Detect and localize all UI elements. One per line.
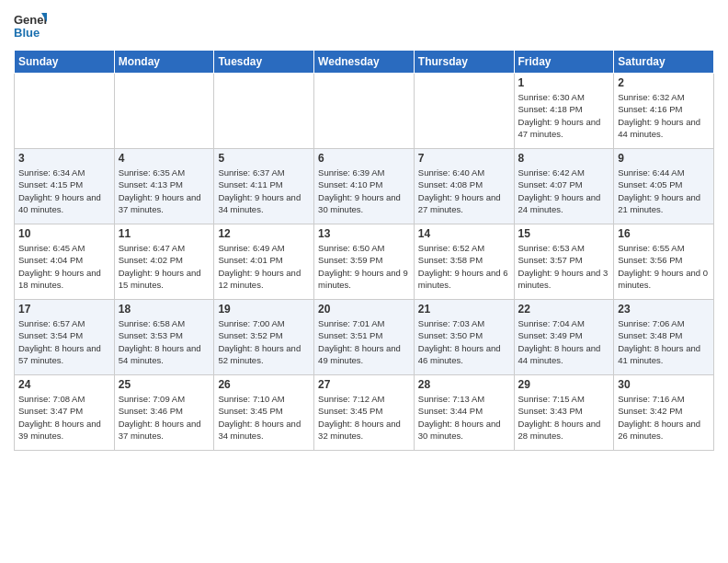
- day-number: 9: [618, 152, 710, 165]
- calendar-cell: 26Sunrise: 7:10 AM Sunset: 3:45 PM Dayli…: [214, 375, 314, 451]
- calendar-cell: [114, 74, 214, 149]
- day-info: Sunrise: 6:34 AM Sunset: 4:15 PM Dayligh…: [18, 167, 110, 215]
- day-info: Sunrise: 7:15 AM Sunset: 3:43 PM Dayligh…: [518, 393, 610, 442]
- calendar-cell: 23Sunrise: 7:06 AM Sunset: 3:48 PM Dayli…: [614, 300, 714, 375]
- day-number: 22: [518, 303, 610, 316]
- calendar-table: SundayMondayTuesdayWednesdayThursdayFrid…: [14, 50, 714, 451]
- day-number: 6: [318, 152, 410, 165]
- calendar-cell: 4Sunrise: 6:35 AM Sunset: 4:13 PM Daylig…: [114, 149, 214, 224]
- day-number: 12: [218, 227, 310, 240]
- page-header: General Blue: [14, 9, 714, 42]
- calendar-cell: 20Sunrise: 7:01 AM Sunset: 3:51 PM Dayli…: [314, 300, 415, 375]
- day-number: 11: [119, 227, 210, 240]
- calendar-cell: 3Sunrise: 6:34 AM Sunset: 4:15 PM Daylig…: [15, 149, 115, 224]
- day-info: Sunrise: 6:40 AM Sunset: 4:08 PM Dayligh…: [418, 167, 510, 215]
- svg-text:General: General: [14, 13, 47, 27]
- calendar-week-row: 1Sunrise: 6:30 AM Sunset: 4:18 PM Daylig…: [15, 74, 714, 149]
- calendar-cell: 12Sunrise: 6:49 AM Sunset: 4:01 PM Dayli…: [214, 224, 314, 300]
- day-number: 14: [418, 227, 510, 240]
- day-number: 4: [119, 152, 210, 165]
- day-number: 29: [518, 378, 610, 391]
- day-info: Sunrise: 7:04 AM Sunset: 3:49 PM Dayligh…: [518, 317, 610, 366]
- calendar-cell: 16Sunrise: 6:55 AM Sunset: 3:56 PM Dayli…: [614, 224, 714, 300]
- day-info: Sunrise: 7:06 AM Sunset: 3:48 PM Dayligh…: [618, 317, 710, 366]
- calendar-cell: [15, 74, 115, 149]
- calendar-cell: 13Sunrise: 6:50 AM Sunset: 3:59 PM Dayli…: [314, 224, 415, 300]
- logo-icon: General Blue: [14, 9, 47, 42]
- day-info: Sunrise: 6:39 AM Sunset: 4:10 PM Dayligh…: [318, 167, 410, 215]
- calendar-header-row: SundayMondayTuesdayWednesdayThursdayFrid…: [15, 51, 714, 74]
- day-info: Sunrise: 6:55 AM Sunset: 3:56 PM Dayligh…: [618, 242, 710, 291]
- day-info: Sunrise: 7:03 AM Sunset: 3:50 PM Dayligh…: [418, 317, 510, 366]
- day-info: Sunrise: 7:01 AM Sunset: 3:51 PM Dayligh…: [318, 317, 410, 366]
- day-info: Sunrise: 6:44 AM Sunset: 4:05 PM Dayligh…: [618, 167, 710, 215]
- day-number: 26: [218, 378, 310, 391]
- day-info: Sunrise: 7:09 AM Sunset: 3:46 PM Dayligh…: [119, 393, 210, 442]
- calendar-cell: 5Sunrise: 6:37 AM Sunset: 4:11 PM Daylig…: [214, 149, 314, 224]
- logo: General Blue: [14, 9, 47, 42]
- calendar-cell: 19Sunrise: 7:00 AM Sunset: 3:52 PM Dayli…: [214, 300, 314, 375]
- calendar-cell: [414, 74, 514, 149]
- calendar-week-row: 3Sunrise: 6:34 AM Sunset: 4:15 PM Daylig…: [15, 149, 714, 224]
- calendar-week-row: 17Sunrise: 6:57 AM Sunset: 3:54 PM Dayli…: [15, 300, 714, 375]
- day-number: 7: [418, 152, 510, 165]
- day-number: 25: [119, 378, 210, 391]
- day-number: 8: [518, 152, 610, 165]
- calendar-cell: 10Sunrise: 6:45 AM Sunset: 4:04 PM Dayli…: [15, 224, 115, 300]
- calendar-cell: 30Sunrise: 7:16 AM Sunset: 3:42 PM Dayli…: [614, 375, 714, 451]
- day-info: Sunrise: 6:30 AM Sunset: 4:18 PM Dayligh…: [518, 91, 610, 140]
- calendar-cell: 29Sunrise: 7:15 AM Sunset: 3:43 PM Dayli…: [514, 375, 614, 451]
- calendar-cell: 15Sunrise: 6:53 AM Sunset: 3:57 PM Dayli…: [514, 224, 614, 300]
- day-number: 19: [218, 303, 310, 316]
- day-info: Sunrise: 7:00 AM Sunset: 3:52 PM Dayligh…: [218, 317, 310, 366]
- day-info: Sunrise: 6:57 AM Sunset: 3:54 PM Dayligh…: [18, 317, 110, 366]
- weekday-header: Monday: [114, 51, 214, 74]
- day-info: Sunrise: 6:53 AM Sunset: 3:57 PM Dayligh…: [518, 242, 610, 291]
- day-number: 27: [318, 378, 410, 391]
- weekday-header: Tuesday: [214, 51, 314, 74]
- day-number: 21: [418, 303, 510, 316]
- day-info: Sunrise: 7:13 AM Sunset: 3:44 PM Dayligh…: [418, 393, 510, 442]
- calendar-cell: 8Sunrise: 6:42 AM Sunset: 4:07 PM Daylig…: [514, 149, 614, 224]
- calendar-cell: [214, 74, 314, 149]
- calendar-cell: 2Sunrise: 6:32 AM Sunset: 4:16 PM Daylig…: [614, 74, 714, 149]
- weekday-header: Sunday: [15, 51, 115, 74]
- calendar-cell: 11Sunrise: 6:47 AM Sunset: 4:02 PM Dayli…: [114, 224, 214, 300]
- calendar-cell: 6Sunrise: 6:39 AM Sunset: 4:10 PM Daylig…: [314, 149, 415, 224]
- day-info: Sunrise: 6:42 AM Sunset: 4:07 PM Dayligh…: [518, 167, 610, 215]
- day-info: Sunrise: 6:50 AM Sunset: 3:59 PM Dayligh…: [318, 242, 410, 291]
- calendar-cell: 1Sunrise: 6:30 AM Sunset: 4:18 PM Daylig…: [514, 74, 614, 149]
- calendar-cell: 27Sunrise: 7:12 AM Sunset: 3:45 PM Dayli…: [314, 375, 415, 451]
- calendar-cell: 18Sunrise: 6:58 AM Sunset: 3:53 PM Dayli…: [114, 300, 214, 375]
- day-info: Sunrise: 6:47 AM Sunset: 4:02 PM Dayligh…: [119, 242, 210, 291]
- weekday-header: Saturday: [614, 51, 714, 74]
- calendar-cell: 9Sunrise: 6:44 AM Sunset: 4:05 PM Daylig…: [614, 149, 714, 224]
- day-info: Sunrise: 6:58 AM Sunset: 3:53 PM Dayligh…: [119, 317, 210, 366]
- calendar-cell: 21Sunrise: 7:03 AM Sunset: 3:50 PM Dayli…: [414, 300, 514, 375]
- day-number: 10: [18, 227, 110, 240]
- day-number: 24: [18, 378, 110, 391]
- calendar-cell: 14Sunrise: 6:52 AM Sunset: 3:58 PM Dayli…: [414, 224, 514, 300]
- calendar-week-row: 10Sunrise: 6:45 AM Sunset: 4:04 PM Dayli…: [15, 224, 714, 300]
- day-number: 23: [618, 303, 710, 316]
- day-info: Sunrise: 7:16 AM Sunset: 3:42 PM Dayligh…: [618, 393, 710, 442]
- day-info: Sunrise: 7:12 AM Sunset: 3:45 PM Dayligh…: [318, 393, 410, 442]
- day-number: 15: [518, 227, 610, 240]
- weekday-header: Friday: [514, 51, 614, 74]
- day-info: Sunrise: 6:45 AM Sunset: 4:04 PM Dayligh…: [18, 242, 110, 291]
- day-info: Sunrise: 6:49 AM Sunset: 4:01 PM Dayligh…: [218, 242, 310, 291]
- calendar-cell: 17Sunrise: 6:57 AM Sunset: 3:54 PM Dayli…: [15, 300, 115, 375]
- day-info: Sunrise: 7:08 AM Sunset: 3:47 PM Dayligh…: [18, 393, 110, 442]
- day-info: Sunrise: 6:52 AM Sunset: 3:58 PM Dayligh…: [418, 242, 510, 291]
- day-info: Sunrise: 7:10 AM Sunset: 3:45 PM Dayligh…: [218, 393, 310, 442]
- day-number: 16: [618, 227, 710, 240]
- calendar-cell: 28Sunrise: 7:13 AM Sunset: 3:44 PM Dayli…: [414, 375, 514, 451]
- day-info: Sunrise: 6:35 AM Sunset: 4:13 PM Dayligh…: [119, 167, 210, 215]
- calendar-cell: [314, 74, 415, 149]
- day-number: 18: [119, 303, 210, 316]
- day-number: 13: [318, 227, 410, 240]
- day-number: 1: [518, 76, 610, 89]
- calendar-cell: 22Sunrise: 7:04 AM Sunset: 3:49 PM Dayli…: [514, 300, 614, 375]
- day-number: 3: [18, 152, 110, 165]
- weekday-header: Thursday: [414, 51, 514, 74]
